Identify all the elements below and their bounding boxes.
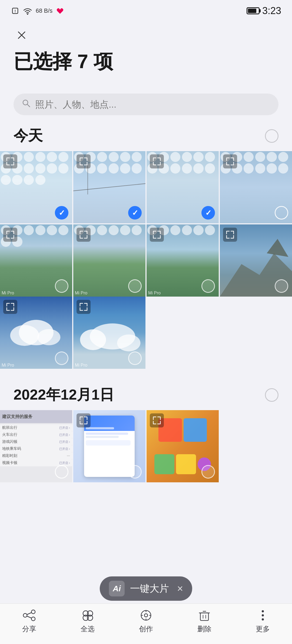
- nav-item-create[interactable]: 创作: [139, 609, 153, 634]
- main-scroll: 今天: [0, 126, 292, 526]
- phone-header: [84, 416, 135, 431]
- bottom-nav: 分享 全选 创作 删除: [0, 603, 292, 644]
- phone-mockup: [84, 416, 135, 477]
- photo-cell-5[interactable]: Mi Pro: [0, 224, 72, 297]
- ai-icon-text: Ai: [113, 584, 121, 593]
- photo-cell-13[interactable]: [147, 410, 219, 482]
- svg-rect-33: [200, 613, 208, 620]
- select-circle-10[interactable]: [128, 351, 142, 365]
- expand-icon-9: [3, 300, 17, 314]
- select-circle-3[interactable]: [201, 206, 215, 220]
- camera-label-6: Mi Pro: [75, 291, 87, 296]
- photo-cell-4[interactable]: [220, 151, 292, 223]
- empty-cell-3: [220, 410, 292, 482]
- today-row3: Mi Pro Mi Pro: [0, 297, 292, 369]
- app-topbar-title: 建议支持的服务: [2, 414, 32, 420]
- section-date-title: 2022年12月1日: [14, 385, 114, 405]
- section-date: 2022年12月1日: [0, 385, 292, 405]
- photo-cell-8[interactable]: [220, 224, 292, 297]
- heart-icon: [56, 6, 64, 15]
- status-bar: ! 68 B/s 3:23: [0, 0, 292, 22]
- svg-point-28: [144, 614, 148, 617]
- search-input[interactable]: [35, 99, 270, 110]
- nav-label-select-all: 全选: [81, 624, 95, 634]
- today-photo-grid: Mi Pro Mi Pro Mi Pro: [0, 151, 292, 297]
- camera-label-5: Mi Pro: [2, 291, 14, 296]
- photo-cell-7[interactable]: Mi Pro: [147, 224, 219, 297]
- app-screen-topbar: 建议支持的服务: [0, 410, 72, 423]
- ai-icon-box: Ai: [109, 581, 125, 596]
- nav-label-delete: 删除: [197, 624, 211, 634]
- camera-label-7: Mi Pro: [148, 291, 161, 296]
- select-all-icon: [81, 609, 94, 622]
- nav-label-more: 更多: [256, 624, 270, 634]
- expand-icon-2: [77, 154, 91, 168]
- expand-icon-10: [77, 300, 91, 314]
- section-today-title: 今天: [14, 126, 43, 146]
- phone-content: [84, 431, 135, 447]
- select-circle-12[interactable]: [128, 465, 142, 479]
- section-date-header: 2022年12月1日: [14, 385, 278, 405]
- expand-icon-6: [77, 228, 91, 242]
- spacer-1: [0, 369, 292, 380]
- photo-cell-1[interactable]: [0, 151, 72, 223]
- svg-point-17: [117, 334, 141, 351]
- create-icon: [139, 609, 153, 622]
- photo-cell-12[interactable]: [73, 410, 145, 482]
- svg-point-37: [262, 610, 264, 612]
- select-circle-11[interactable]: [55, 465, 68, 479]
- empty-cell-1: [147, 297, 219, 369]
- page-title: 已选择 7 项: [14, 49, 278, 75]
- photo-cell-9[interactable]: Mi Pro: [0, 297, 72, 369]
- select-circle-5[interactable]: [55, 279, 68, 293]
- color-block-green: [154, 454, 174, 474]
- select-circle-7[interactable]: [201, 279, 215, 293]
- search-bar[interactable]: [14, 94, 278, 115]
- header: 已选择 7 项: [0, 22, 292, 94]
- phone-bar-2: [86, 436, 119, 438]
- select-circle-13[interactable]: [201, 465, 215, 479]
- delete-icon: [198, 609, 211, 622]
- color-block-yellow: [176, 454, 196, 474]
- svg-line-7: [73, 184, 145, 191]
- more-icon: [256, 609, 270, 622]
- svg-point-2: [27, 14, 28, 15]
- nav-item-select-all[interactable]: 全选: [81, 609, 95, 634]
- expand-icon-8: [223, 228, 237, 242]
- app-row-5: 精彩时刻: [0, 452, 72, 459]
- expand-icon-4: [223, 154, 237, 168]
- ai-banner-close[interactable]: ×: [177, 583, 183, 595]
- select-circle-9[interactable]: [55, 351, 68, 365]
- select-circle-1[interactable]: [55, 206, 68, 220]
- svg-point-38: [262, 614, 264, 616]
- speed-text: 68 B/s: [36, 8, 52, 14]
- section-today-select[interactable]: [265, 129, 278, 143]
- photo-cell-10[interactable]: Mi Pro: [73, 297, 145, 369]
- select-circle-4[interactable]: [275, 206, 288, 220]
- svg-line-22: [27, 616, 31, 618]
- nav-item-share[interactable]: 分享: [22, 609, 36, 634]
- photo-cell-6[interactable]: Mi Pro: [73, 224, 145, 297]
- select-circle-2[interactable]: [128, 206, 142, 220]
- nav-item-more[interactable]: 更多: [256, 609, 270, 634]
- close-button[interactable]: [14, 27, 30, 43]
- section-today: 今天: [0, 126, 292, 146]
- expand-icon-3: [150, 154, 164, 168]
- phone-bar-1: [86, 433, 128, 435]
- app-row-4: 地铁乘车码已开启 ›: [0, 445, 72, 452]
- photo-cell-3[interactable]: [147, 151, 219, 223]
- expand-icon-13: [150, 413, 164, 427]
- photo-cell-11[interactable]: 建议支持的服务 航班出行已开启 › 火车出行已开启 › 游戏闪顿已开启 › 地铁…: [0, 410, 72, 482]
- battery-fill: [248, 9, 257, 13]
- ai-banner-label: 一键大片: [130, 582, 169, 595]
- photo-cell-2[interactable]: [73, 151, 145, 223]
- status-left-icons: ! 68 B/s: [11, 6, 64, 15]
- nav-item-delete[interactable]: 删除: [197, 609, 211, 634]
- camera-label-9: Mi Pro: [2, 363, 14, 368]
- select-circle-6[interactable]: [128, 279, 142, 293]
- select-circle-8[interactable]: [275, 279, 288, 293]
- share-icon: [22, 609, 36, 622]
- section-date-select[interactable]: [265, 388, 278, 402]
- nav-label-share: 分享: [22, 624, 36, 634]
- empty-cell-2: [220, 297, 292, 369]
